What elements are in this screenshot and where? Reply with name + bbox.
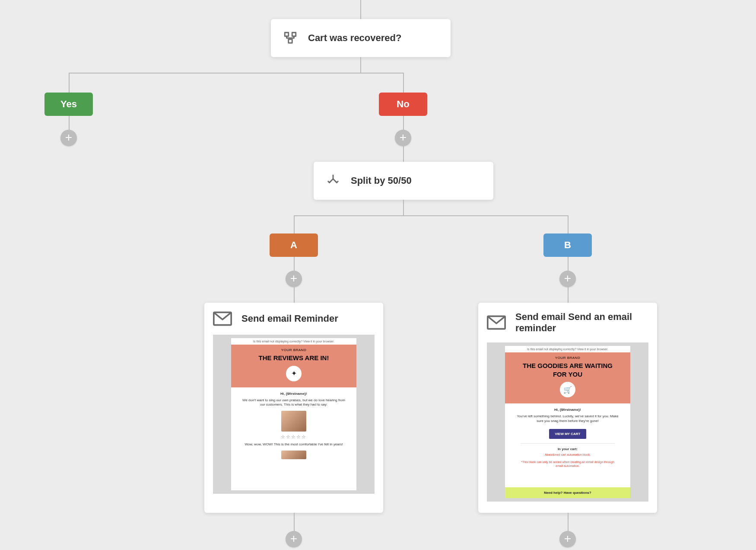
branch-no-label: No <box>397 99 409 110</box>
branch-yes-label: Yes <box>60 99 77 110</box>
preview-warning: Abandoned cart automation block. <box>514 451 622 458</box>
condition-node[interactable]: Cart was recovered? <box>271 19 451 57</box>
email-a-title: Send email Reminder <box>241 313 338 324</box>
preview-tagline: Is this email not displaying correctly? … <box>505 346 630 352</box>
preview-headline: THE REVIEWS ARE IN! <box>243 354 344 362</box>
branch-yes[interactable]: Yes <box>44 93 93 116</box>
preview-warning: *This block can only be added when creat… <box>514 458 622 470</box>
email-node-b[interactable]: Send email Send an email reminder Is thi… <box>478 303 657 513</box>
connector-line <box>360 57 361 73</box>
branch-icon <box>283 31 298 45</box>
add-step-after-email-b[interactable] <box>559 531 576 547</box>
connector-line <box>403 116 404 130</box>
connector-line <box>294 257 295 271</box>
preview-image <box>281 451 306 459</box>
preview-section-title: In your cart: <box>521 443 615 451</box>
preview-paragraph: We don't want to sing our own praises, b… <box>240 398 348 408</box>
condition-label: Cart was recovered? <box>308 32 401 44</box>
preview-brand: YOUR BRAND <box>243 348 344 352</box>
preview-tagline: Is this email not displaying correctly? … <box>231 338 356 345</box>
variant-a-label: A <box>290 240 297 251</box>
automation-flow-canvas[interactable]: Cart was recovered? Yes No Split by 50/5… <box>0 0 756 550</box>
email-icon <box>487 315 506 330</box>
connector-line <box>294 287 295 303</box>
connector-line <box>294 513 295 532</box>
variant-b-label: B <box>564 240 571 251</box>
add-step-after-no[interactable] <box>395 130 411 146</box>
preview-greeting: Hi, {$firstname}! <box>240 392 348 396</box>
connector-line <box>69 116 70 130</box>
preview-image <box>281 411 306 432</box>
connector-line <box>69 73 404 74</box>
split-node[interactable]: Split by 50/50 <box>314 162 493 200</box>
email-icon <box>213 311 232 326</box>
connector-line <box>568 215 569 233</box>
sparkle-icon: ✦ <box>286 366 302 381</box>
preview-greeting: Hi, {$firstname}! <box>514 408 622 412</box>
email-node-a[interactable]: Send email Reminder Is this email not di… <box>204 303 383 513</box>
variant-b[interactable]: B <box>543 233 592 257</box>
connector-line <box>360 0 361 19</box>
split-label: Split by 50/50 <box>351 175 412 186</box>
email-b-title: Send email Send an email reminder <box>515 311 648 334</box>
preview-quote: Wow, wow, WOW! This is the most comforta… <box>240 442 348 447</box>
connector-line <box>403 200 404 215</box>
connector-line <box>69 73 70 93</box>
email-b-preview: Is this email not displaying correctly? … <box>487 342 648 502</box>
connector-line <box>294 215 569 216</box>
branch-no[interactable]: No <box>379 93 427 116</box>
connector-line <box>568 513 569 532</box>
add-step-after-email-a[interactable] <box>286 531 302 547</box>
split-icon <box>326 173 340 188</box>
variant-a[interactable]: A <box>270 233 318 257</box>
preview-headline: THE GOODIES ARE WAITING FOR YOU <box>517 361 618 378</box>
cart-icon: 🛒 <box>560 382 575 397</box>
connector-line <box>294 215 295 233</box>
connector-line <box>403 146 404 162</box>
add-step-after-a[interactable] <box>286 271 302 287</box>
preview-paragraph: You've left something behind. Luckily, w… <box>514 414 622 424</box>
preview-cta-button: VIEW MY CART <box>549 429 587 439</box>
add-step-after-b[interactable] <box>559 271 576 287</box>
star-rating: ☆☆☆☆☆ <box>240 434 348 440</box>
connector-line <box>568 257 569 271</box>
connector-line <box>403 73 404 93</box>
add-step-after-yes[interactable] <box>60 130 77 146</box>
preview-help-banner: Need help? Have questions? <box>505 487 630 498</box>
email-a-preview: Is this email not displaying correctly? … <box>213 335 375 494</box>
connector-line <box>568 287 569 303</box>
preview-brand: YOUR BRAND <box>517 356 618 360</box>
